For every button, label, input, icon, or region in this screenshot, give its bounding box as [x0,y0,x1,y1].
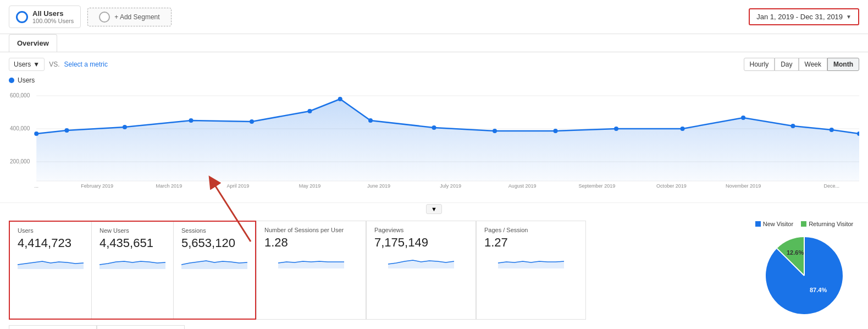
all-users-segment[interactable]: All Users 100.00% Users [9,6,81,28]
svg-text:400,000: 400,000 [10,125,30,131]
chevron-down-icon: ▼ [846,14,852,20]
pie-legend: New Visitor Returning Visitor [755,221,854,227]
stat-label-users: Users [18,227,84,234]
svg-text:Dece...: Dece... [823,183,839,189]
sparkline-sessions-per-user [264,253,358,268]
svg-point-8 [34,131,38,136]
svg-point-10 [123,125,127,129]
sparkline-new-users [99,254,165,269]
svg-marker-7 [36,99,859,181]
returning-visitor-icon [801,221,806,227]
segment-name: All Users [32,9,74,18]
svg-text:November 2019: November 2019 [726,183,761,189]
stat-value-sessions-per-user: 1.28 [264,235,358,250]
metric-label: Users [14,61,31,68]
chart-legend-dot-icon [9,78,14,83]
svg-text:July 2019: July 2019 [440,183,461,189]
stat-value-new-users: 4,435,651 [99,236,165,250]
svg-text:October 2019: October 2019 [656,183,687,189]
pie-chart-svg: 87.4% 12.6% [760,232,848,320]
chart-svg-container: 600,000 400,000 200,000 [9,87,859,189]
time-btn-month[interactable]: Month [827,58,859,71]
stat-card-pageviews: Pageviews 7,175,149 [366,221,476,320]
svg-point-9 [64,128,69,133]
date-range-text: Jan 1, 2019 - Dec 31, 2019 [756,13,843,21]
pie-label-new-visitor: 87.4% [810,287,827,293]
time-buttons: Hourly Day Week Month [744,58,859,71]
pie-chart-area: New Visitor Returning Visitor [738,221,859,320]
stat-card-bounce-rate: Bounce Rate 85.21% [97,325,185,329]
metric-select[interactable]: Users ▼ [9,58,45,71]
select-metric-link[interactable]: Select a metric [64,61,108,68]
svg-text:200,000: 200,000 [10,158,30,164]
pie-label-returning-visitor: 12.6% [787,249,804,256]
sparkline-users [18,254,84,269]
stat-label-new-users: New Users [99,227,165,234]
add-segment-circle-icon [99,12,110,23]
svg-text:June 2019: June 2019 [367,183,390,189]
chart-area: Users 600,000 400,000 200,000 [0,76,868,203]
stat-card-users: Users 4,414,723 [10,222,92,319]
stat-value-users: 4,414,723 [18,236,84,250]
chevron-down-icon: ▼ [33,61,40,68]
bottom-stats-area: Avg. Session Duration 00:01:02 Bounce Ra… [0,320,868,329]
chart-legend-label: Users [18,76,35,84]
time-btn-week[interactable]: Week [799,58,827,71]
stat-value-pageviews: 7,175,149 [374,235,468,250]
chart-collapse-button[interactable]: ▼ [426,204,442,214]
svg-point-19 [614,127,618,131]
sparkline-pages-per-session [484,253,578,268]
svg-point-14 [338,97,342,101]
segment-sub: 100.00% Users [32,18,74,24]
pie-legend-returning-visitor-label: Returning Visitor [809,221,853,227]
time-btn-day[interactable]: Day [775,58,798,71]
stat-card-sessions-per-user: Number of Sessions per User 1.28 [256,221,366,320]
highlighted-stats-group: Users 4,414,723 New Users 4,435,651 Sess… [9,221,256,320]
new-visitor-icon [755,221,761,227]
main-chart-svg: 600,000 400,000 200,000 [9,87,859,189]
stat-value-sessions: 5,653,120 [181,236,247,250]
svg-point-13 [307,109,312,113]
svg-point-16 [432,125,436,130]
svg-text:February 2019: February 2019 [81,183,113,189]
tab-overview[interactable]: Overview [9,34,57,52]
svg-point-18 [553,129,557,133]
svg-text:...: ... [34,183,38,189]
segment-area: All Users 100.00% Users + Add Segment [9,6,172,28]
svg-point-21 [741,116,745,120]
vs-label: VS. [49,61,59,68]
svg-point-12 [250,119,254,124]
left-controls: Users ▼ VS. Select a metric [9,58,108,71]
svg-point-15 [368,118,373,123]
add-segment-button[interactable]: + Add Segment [87,8,171,26]
stat-card-new-users: New Users 4,435,651 [92,222,174,319]
tabs-bar: Overview [0,34,868,52]
svg-marker-41 [278,261,344,268]
stat-card-sessions: Sessions 5,653,120 [174,222,255,319]
svg-point-17 [493,129,497,133]
stat-value-pages-per-session: 1.27 [484,235,578,250]
stats-area: Users 4,414,723 New Users 4,435,651 Sess… [0,215,868,320]
svg-point-23 [830,128,834,132]
chart-handle: ▼ [0,204,868,214]
svg-text:600,000: 600,000 [10,92,30,98]
chart-legend: Users [9,76,859,84]
stat-label-pages-per-session: Pages / Session [484,227,578,233]
add-segment-label: + Add Segment [114,13,159,21]
svg-text:August 2019: August 2019 [508,183,537,189]
controls-row: Users ▼ VS. Select a metric Hourly Day W… [0,52,868,76]
svg-text:May 2019: May 2019 [299,183,321,189]
pie-legend-returning-visitor: Returning Visitor [801,221,853,227]
date-range-button[interactable]: Jan 1, 2019 - Dec 31, 2019 ▼ [749,8,859,25]
header: All Users 100.00% Users + Add Segment Ja… [0,0,868,34]
pie-legend-new-visitor: New Visitor [755,221,793,227]
stat-card-avg-session: Avg. Session Duration 00:01:02 [9,325,97,329]
stat-card-pages-per-session: Pages / Session 1.27 [476,221,586,320]
sparkline-pageviews [374,253,468,268]
svg-text:April 2019: April 2019 [227,183,250,189]
pie-legend-new-visitor-label: New Visitor [763,221,793,227]
time-btn-hourly[interactable]: Hourly [744,58,775,71]
svg-text:March 2019: March 2019 [156,183,182,189]
stat-label-sessions-per-user: Number of Sessions per User [264,227,358,233]
svg-point-11 [189,118,193,123]
